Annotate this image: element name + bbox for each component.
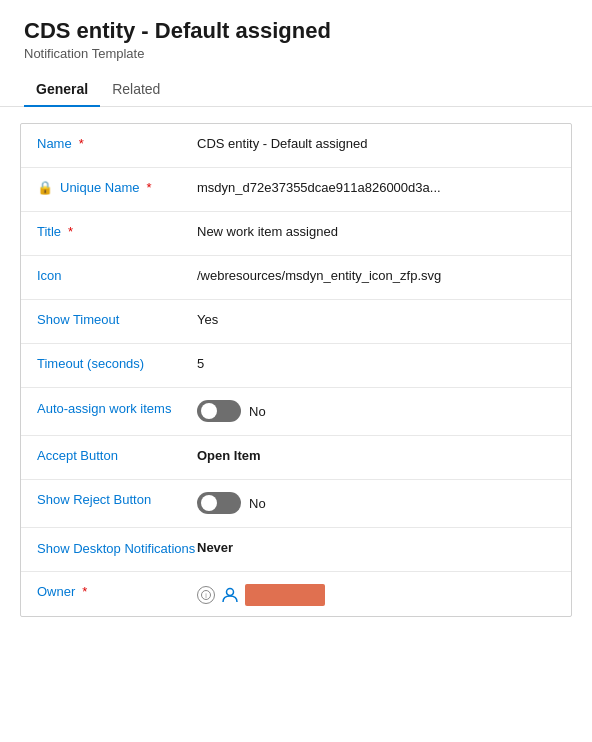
label-show-timeout: Show Timeout	[37, 310, 197, 327]
label-name: Name *	[37, 134, 197, 151]
form-container: Name * CDS entity - Default assigned 🔒 U…	[20, 123, 572, 617]
toggle-switch-show-reject-button[interactable]	[197, 492, 241, 514]
lock-icon: 🔒	[37, 180, 53, 195]
label-show-reject-button: Show Reject Button	[37, 490, 197, 507]
label-icon: Icon	[37, 266, 197, 283]
page-title: CDS entity - Default assigned	[24, 18, 568, 44]
value-icon: /webresources/msdyn_entity_icon_zfp.svg	[197, 266, 555, 283]
field-row-accept-button: Accept Button Open Item	[21, 436, 571, 480]
value-show-timeout: Yes	[197, 310, 555, 327]
label-show-desktop-notifications: Show Desktop Notifications	[37, 538, 197, 558]
label-unique-name: 🔒 Unique Name *	[37, 178, 197, 195]
person-icon	[221, 586, 239, 604]
svg-point-2	[227, 589, 234, 596]
owner-controls: i	[197, 584, 555, 606]
field-row-icon: Icon /webresources/msdyn_entity_icon_zfp…	[21, 256, 571, 300]
required-indicator-name: *	[79, 136, 84, 151]
field-row-unique-name: 🔒 Unique Name * msdyn_d72e37355dcae911a8…	[21, 168, 571, 212]
owner-value-box[interactable]	[245, 584, 325, 606]
value-auto-assign: No	[197, 398, 555, 425]
page-subtitle: Notification Template	[24, 46, 568, 61]
value-name: CDS entity - Default assigned	[197, 134, 555, 151]
value-show-desktop-notifications: Never	[197, 538, 555, 555]
field-row-name: Name * CDS entity - Default assigned	[21, 124, 571, 168]
page-header: CDS entity - Default assigned Notificati…	[0, 0, 592, 61]
label-accept-button: Accept Button	[37, 446, 197, 463]
value-owner: i	[197, 582, 555, 606]
value-accept-button: Open Item	[197, 446, 555, 463]
value-title: New work item assigned	[197, 222, 555, 239]
toggle-switch-auto-assign[interactable]	[197, 400, 241, 422]
label-timeout-seconds: Timeout (seconds)	[37, 354, 197, 371]
label-title: Title *	[37, 222, 197, 239]
info-icon[interactable]: i	[197, 586, 215, 604]
field-row-timeout-seconds: Timeout (seconds) 5	[21, 344, 571, 388]
label-owner: Owner *	[37, 582, 197, 599]
tab-general[interactable]: General	[24, 73, 100, 107]
field-row-show-desktop-notifications: Show Desktop Notifications Never	[21, 528, 571, 572]
toggle-auto-assign[interactable]: No	[197, 400, 266, 422]
value-show-reject-button: No	[197, 490, 555, 517]
field-row-auto-assign: Auto-assign work items No	[21, 388, 571, 436]
svg-text:i: i	[205, 592, 207, 599]
tab-bar: General Related	[0, 73, 592, 107]
field-row-owner: Owner * i	[21, 572, 571, 616]
label-auto-assign: Auto-assign work items	[37, 398, 197, 418]
toggle-show-reject-button[interactable]: No	[197, 492, 266, 514]
value-unique-name: msdyn_d72e37355dcae911a826000d3a...	[197, 178, 555, 195]
tab-related[interactable]: Related	[100, 73, 172, 107]
field-row-show-timeout: Show Timeout Yes	[21, 300, 571, 344]
field-row-title: Title * New work item assigned	[21, 212, 571, 256]
required-indicator-owner: *	[82, 584, 87, 599]
required-indicator-unique-name: *	[147, 180, 152, 195]
toggle-label-auto-assign: No	[249, 404, 266, 419]
value-timeout-seconds: 5	[197, 354, 555, 371]
required-indicator-title: *	[68, 224, 73, 239]
toggle-label-show-reject-button: No	[249, 496, 266, 511]
field-row-show-reject-button: Show Reject Button No	[21, 480, 571, 528]
